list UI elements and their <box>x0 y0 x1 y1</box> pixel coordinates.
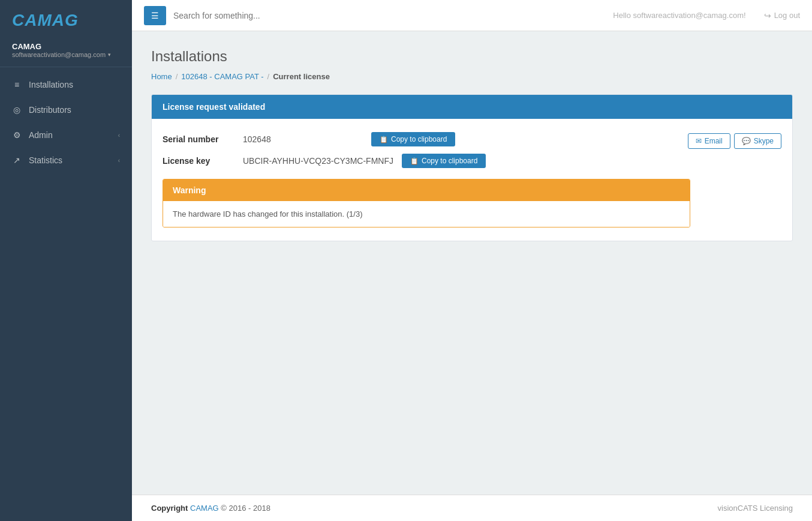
copy-icon2: 📋 <box>410 157 419 165</box>
topbar: ☰ Hello softwareactivation@camag.com! ↪ … <box>132 0 812 31</box>
sidebar-item-admin[interactable]: ⚙ Admin ‹ <box>0 122 132 148</box>
sidebar-item-statistics[interactable]: ↗ Statistics ‹ <box>0 148 132 173</box>
warning-header: Warning <box>163 179 690 201</box>
logo-text: CAMAG <box>12 11 120 30</box>
sidebar-item-label: Distributors <box>29 105 120 115</box>
sidebar-item-label: Admin <box>29 130 111 140</box>
sidebar-useremail[interactable]: softwareactivation@camag.com ▾ <box>12 51 120 58</box>
footer-copyright: Copyright CAMAG © 2016 - 2018 <box>151 504 270 513</box>
breadcrumb-installation[interactable]: 102648 - CAMAG PAT - <box>181 72 263 81</box>
admin-arrow: ‹ <box>118 132 120 139</box>
main-content: Installations Home / 102648 - CAMAG PAT … <box>132 31 812 495</box>
email-icon: ✉ <box>696 137 702 145</box>
page-title: Installations <box>151 48 793 65</box>
breadcrumb-sep1: / <box>176 72 178 81</box>
license-key-value: UBCIR-AYHHU-VCQ23-CY3MC-FMNFJ <box>243 156 393 166</box>
sidebar: CAMAG CAMAG softwareactivation@camag.com… <box>0 0 132 521</box>
breadcrumb-current: Current license <box>273 72 330 81</box>
user-dropdown-caret: ▾ <box>108 52 111 58</box>
skype-icon: 💬 <box>742 137 751 145</box>
card-body: Serial number 102648 📋 Copy to clipboard… <box>152 119 792 241</box>
card-header-text: License request validated <box>163 102 265 112</box>
sidebar-item-label: Statistics <box>29 155 111 165</box>
copy-icon: 📋 <box>380 136 388 143</box>
card-info-section: Serial number 102648 📋 Copy to clipboard… <box>163 132 688 168</box>
breadcrumb: Home / 102648 - CAMAG PAT - / Current li… <box>151 72 793 81</box>
license-key-label: License key <box>163 156 234 166</box>
sidebar-item-installations[interactable]: ≡ Installations <box>0 72 132 97</box>
sidebar-username: CAMAG <box>12 42 120 51</box>
search-input[interactable] <box>173 11 606 20</box>
menu-toggle-button[interactable]: ☰ <box>144 6 166 25</box>
sidebar-item-label: Installations <box>29 80 120 89</box>
serial-number-label: Serial number <box>163 134 234 144</box>
sidebar-logo: CAMAG <box>0 0 132 36</box>
distributors-icon: ◎ <box>12 105 22 115</box>
copy-license-button[interactable]: 📋 Copy to clipboard <box>402 154 486 168</box>
footer-copyright-label: Copyright <box>151 504 188 513</box>
email-button[interactable]: ✉ Email <box>688 133 730 149</box>
serial-number-value: 102648 <box>243 134 363 144</box>
sidebar-user: CAMAG softwareactivation@camag.com ▾ <box>0 36 132 67</box>
card-header: License request validated <box>152 95 792 119</box>
warning-box: Warning The hardware ID has changed for … <box>163 179 690 227</box>
license-card: License request validated Serial number … <box>151 94 793 241</box>
logout-button[interactable]: ↪ Log out <box>764 11 800 20</box>
sidebar-item-distributors[interactable]: ◎ Distributors <box>0 97 132 122</box>
card-right-actions: ✉ Email 💬 Skype <box>688 132 781 149</box>
main-wrapper: ☰ Hello softwareactivation@camag.com! ↪ … <box>132 0 812 521</box>
footer-brand-name: CAMAG <box>190 504 219 513</box>
statistics-icon: ↗ <box>12 155 22 165</box>
warning-body: The hardware ID has changed for this ins… <box>163 201 690 227</box>
topbar-greeting: Hello softwareactivation@camag.com! <box>613 11 745 20</box>
breadcrumb-home[interactable]: Home <box>151 72 172 81</box>
admin-icon: ⚙ <box>12 130 22 140</box>
logout-icon: ↪ <box>764 11 771 20</box>
copy-serial-button[interactable]: 📋 Copy to clipboard <box>371 132 455 146</box>
card-top-row: Serial number 102648 📋 Copy to clipboard… <box>163 132 781 168</box>
installations-icon: ≡ <box>12 80 22 89</box>
footer-years: © 2016 - 2018 <box>221 504 270 513</box>
statistics-arrow: ‹ <box>118 157 120 164</box>
footer-app-name: visionCATS Licensing <box>718 504 793 513</box>
skype-button[interactable]: 💬 Skype <box>734 133 781 149</box>
footer: Copyright CAMAG © 2016 - 2018 visionCATS… <box>132 495 812 521</box>
sidebar-nav: ≡ Installations ◎ Distributors ⚙ Admin ‹… <box>0 67 132 521</box>
breadcrumb-sep2: / <box>267 72 270 81</box>
